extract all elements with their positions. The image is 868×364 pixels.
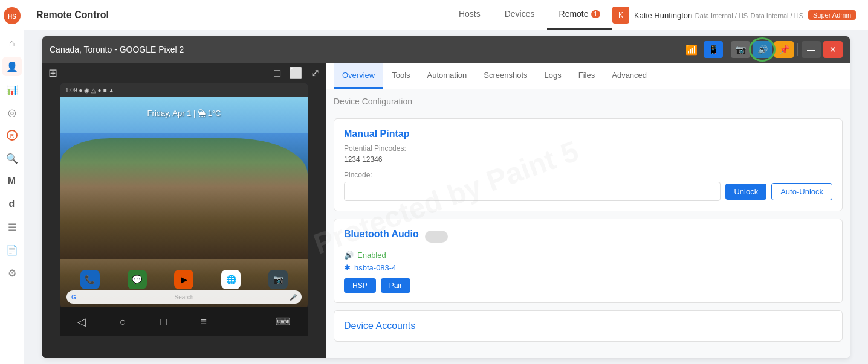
close-button[interactable]: ✕ — [823, 41, 843, 58]
tab-hosts[interactable]: Hosts — [447, 0, 493, 30]
bluetooth-status: 🔊 Enabled — [344, 251, 832, 260]
nav-tabs: Hosts Devices Remote 1 — [447, 0, 612, 30]
user-org: Data Internal / HS — [751, 12, 803, 19]
sidebar-icon-list[interactable]: ☰ — [2, 217, 22, 237]
speaker-button[interactable]: 🔊 — [753, 41, 772, 58]
app-camera[interactable]: 📷 — [268, 270, 288, 289]
auto-unlock-button[interactable]: Auto-Unlock — [771, 183, 832, 200]
pair-button[interactable]: Pair — [381, 278, 410, 293]
tab-automation[interactable]: Automation — [419, 63, 476, 89]
user-name: Katie Huntington — [634, 11, 692, 20]
phone-toolbar: ⊞ □ ⬜ ⤢ — [42, 63, 326, 83]
pintap-title: Manual Pintap — [344, 129, 832, 139]
toolbar-icons: ⊞ — [48, 66, 57, 80]
tab-advanced[interactable]: Advanced — [603, 63, 655, 89]
tab-overview[interactable]: Overview — [334, 63, 383, 89]
sidebar-icon-search[interactable]: 🔍 — [2, 148, 22, 168]
grid-icon[interactable]: ⊞ — [48, 66, 57, 80]
phone-app-icons: 📞 💬 ▶ 🌐 📷 — [60, 270, 308, 289]
phone-bottom-bar — [42, 336, 326, 358]
panel-content: Device Configuration Manual Pintap Poten… — [326, 89, 850, 358]
bluetooth-header: Bluetooth Audio — [344, 229, 832, 244]
wifi-icon: 📶 — [685, 44, 698, 56]
device-panel: Canada, Toronto - GOOGLE Pixel 2 📶 📱 📷 🔊… — [42, 36, 850, 358]
app-messages[interactable]: 💬 — [128, 270, 147, 289]
sidebar-icon-home[interactable]: ⌂ — [2, 34, 22, 53]
sidebar-icon-user[interactable]: 👤 — [2, 57, 22, 76]
device-body: ⊞ □ ⬜ ⤢ 1:09 ● ◉ △ ● ■ ▲ — [42, 63, 850, 358]
phone-screen-content: Friday, Apr 1 | 🌦 1°C 📞 💬 ▶ 🌐 📷 G Sear — [60, 97, 308, 307]
keyboard-icon[interactable]: ⌨ — [275, 315, 291, 328]
user-meta: Data Internal / HS — [695, 12, 748, 19]
sidebar-icon-settings[interactable]: ⚙ — [2, 263, 22, 283]
phone-view-button[interactable]: 📱 — [704, 41, 723, 58]
device-title: Canada, Toronto - GOOGLE Pixel 2 — [50, 45, 679, 54]
content-area: Canada, Toronto - GOOGLE Pixel 2 📶 📱 📷 🔊… — [24, 30, 868, 364]
back-icon[interactable]: ◁ — [77, 315, 86, 328]
speaker-wrapper: 🔊 Start Speaker — [753, 41, 772, 58]
device-accounts-card: Device Accounts Protected by Paint 5 — [334, 310, 843, 342]
cliff-background — [60, 138, 308, 259]
minimize-button[interactable]: — — [802, 41, 821, 58]
tab-logs[interactable]: Logs — [536, 63, 570, 89]
pincodes-value: 1234 12346 — [344, 155, 832, 164]
remote-badge: 1 — [591, 10, 601, 18]
manual-pintap-card: Manual Pintap Potential Pincodes: 1234 1… — [334, 118, 843, 211]
bluetooth-card: Bluetooth Audio 🔊 Enabled ✱ hsbta-083-4 — [334, 219, 843, 303]
pincode-label: Pincode: — [344, 171, 832, 179]
bluetooth-icon: ✱ — [344, 263, 351, 272]
nav-divider — [241, 315, 241, 329]
app-play[interactable]: ▶ — [174, 270, 193, 289]
tablet-icon[interactable]: ⬜ — [289, 66, 302, 80]
sidebar: HS ⌂ 👤 📊 ◎ R 🔍 M d ☰ 📄 ⚙ — [0, 0, 24, 364]
svg-text:R: R — [10, 133, 14, 139]
device-name: hsbta-083-4 — [354, 263, 396, 272]
phone-preview: ⊞ □ ⬜ ⤢ 1:09 ● ◉ △ ● ■ ▲ — [42, 63, 326, 358]
bt-buttons: HSP Pair — [344, 278, 832, 293]
menu-icon[interactable]: ≡ — [201, 316, 207, 328]
home-icon[interactable]: ○ — [120, 316, 126, 328]
sidebar-icon-chart[interactable]: 📊 — [2, 80, 22, 99]
phone-screen: 1:09 ● ◉ △ ● ■ ▲ Friday, Apr 1 | 🌦 1°C 📞… — [60, 83, 308, 307]
sidebar-icon-target[interactable]: ◎ — [2, 103, 22, 122]
bluetooth-title: Bluetooth Audio — [344, 229, 419, 240]
unlock-button[interactable]: Unlock — [725, 184, 766, 200]
google-g: G — [71, 294, 76, 301]
device-header: Canada, Toronto - GOOGLE Pixel 2 📶 📱 📷 🔊… — [42, 36, 850, 63]
tab-devices[interactable]: Devices — [493, 0, 547, 30]
fullscreen-icon[interactable]: ⤢ — [311, 66, 320, 80]
phone-icon[interactable]: □ — [274, 67, 280, 80]
app-phone[interactable]: 📞 — [80, 270, 100, 289]
app-chrome[interactable]: 🌐 — [221, 270, 241, 289]
top-nav: Remote Control Hosts Devices Remote 1 K … — [24, 0, 868, 30]
tab-screenshots[interactable]: Screenshots — [475, 63, 536, 89]
sidebar-icon-m[interactable]: M — [2, 171, 22, 191]
right-panel: Overview Tools Automation Screenshots Lo — [326, 63, 850, 358]
divider2 — [797, 43, 798, 56]
divider — [727, 43, 727, 56]
status-text: 1:09 ● ◉ △ ● ■ ▲ — [65, 87, 114, 94]
bluetooth-toggle[interactable] — [425, 231, 448, 243]
tab-remote[interactable]: Remote 1 — [547, 0, 613, 30]
pincode-input[interactable] — [344, 182, 721, 201]
tab-files[interactable]: Files — [570, 63, 603, 89]
hsp-button[interactable]: HSP — [344, 278, 376, 293]
sidebar-icon-document[interactable]: 📄 — [2, 240, 22, 260]
enabled-text: Enabled — [357, 251, 386, 260]
enabled-icon: 🔊 — [344, 251, 354, 260]
tab-tools[interactable]: Tools — [383, 63, 418, 89]
main-area: Remote Control Hosts Devices Remote 1 K … — [24, 0, 868, 364]
svg-text:HS: HS — [8, 13, 16, 20]
super-admin-badge: Super Admin — [808, 10, 856, 20]
device-header-icons: 📱 📷 🔊 Start Speaker 📌 — ✕ — [704, 41, 843, 58]
screenshot-button[interactable]: 📷 — [731, 41, 750, 58]
pincode-input-row: Unlock Auto-Unlock — [344, 182, 832, 201]
headspin-logo[interactable]: HS — [2, 6, 22, 25]
sidebar-icon-rewind[interactable]: R — [2, 126, 22, 145]
phone-search-bar[interactable]: G Search 🎤 — [66, 290, 302, 304]
page-title: Remote Control — [36, 10, 447, 21]
recents-icon[interactable]: □ — [160, 316, 167, 328]
sidebar-icon-d[interactable]: d — [2, 194, 22, 214]
google-mic: 🎤 — [290, 294, 297, 301]
pin-button[interactable]: 📌 — [774, 41, 794, 58]
